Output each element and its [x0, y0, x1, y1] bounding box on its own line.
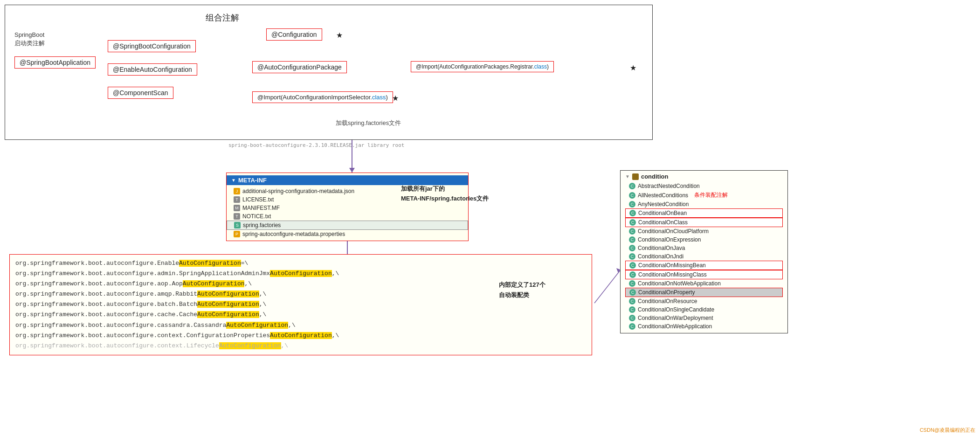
code-highlight-4: AutoConfiguration [197, 291, 259, 298]
svg-marker-17 [349, 168, 355, 173]
auto-config-pkg-box: @AutoConfigurationPackage [252, 61, 347, 73]
code-highlight-5: AutoConfiguration [197, 301, 259, 308]
missing-class-icon: C [629, 271, 636, 278]
condition-missing-class: C ConditionalOnMissingClass [625, 270, 783, 279]
txt-icon-1: T [234, 196, 240, 203]
all-label: AllNestedConditions [638, 192, 688, 199]
expr-label: ConditionalOnExpression [638, 236, 701, 243]
code-line-7: org.springframework.boot.autoconfigure.c… [15, 320, 586, 331]
condition-war: C ConditionalOnWarDeployment [625, 314, 783, 322]
war-label: ConditionalOnWarDeployment [638, 315, 713, 321]
condition-on-class: C ConditionalOnClass [625, 218, 783, 227]
cloud-label: ConditionalOnCloudPlatform [638, 228, 709, 235]
missing-class-label: ConditionalOnMissingClass [638, 271, 707, 278]
file-tree-header-label: META-INF [238, 177, 267, 184]
code-highlight-3: AutoConfiguration [183, 280, 245, 287]
condition-not-web: C ConditionalOnNotWebApplication [625, 279, 783, 288]
war-icon: C [629, 315, 635, 321]
condition-web-app: C ConditionalOnWebApplication [625, 322, 783, 331]
star-registrar: ★ [630, 63, 636, 72]
resource-icon: C [629, 298, 635, 305]
file-tree-box: ▼ META-INF J additional-spring-configura… [226, 173, 469, 241]
file-name-1: additional-spring-configuration-metadata… [242, 188, 354, 194]
folder-arrow: ▼ [231, 178, 236, 183]
file-name-2: LICENSE.txt [242, 196, 274, 203]
top-section: 组合注解 SpringBoot启动类注解 @SpringBootApplicat… [5, 5, 653, 140]
condition-resource: C ConditionalOnResource [625, 297, 783, 305]
condition-folder-icon [632, 173, 639, 180]
code-highlight-2: AutoConfiguration [270, 270, 332, 277]
file-item-spring-factories: S spring.factories [227, 221, 468, 230]
factories-note: 加载所有jar下的 META-INF/spring.factories文件 [401, 184, 489, 204]
not-web-label: ConditionalOnNotWebApplication [638, 280, 721, 287]
condition-abstract: C AbstractNestedCondition [625, 182, 783, 190]
file-item-3: M MANIFEST.MF [227, 204, 468, 212]
tiao-jian-note: 条件装配注解 [694, 191, 728, 199]
cloud-icon: C [629, 228, 635, 235]
props-icon: P [234, 231, 240, 237]
nei-bu-line1: 内部定义了127个 [499, 281, 545, 288]
not-web-icon: C [629, 280, 635, 287]
code-line-5: org.springframework.boot.autoconfigure.b… [15, 299, 586, 310]
file-name-factories: spring.factories [243, 222, 281, 228]
condition-any: C AnyNestedCondition [625, 200, 783, 208]
nei-bu-note: 内部定义了127个 自动装配类 [499, 280, 545, 300]
code-line-2: org.springframework.boot.autoconfigure.a… [15, 269, 586, 279]
any-label: AnyNestedCondition [638, 201, 689, 208]
abstract-label: AbstractNestedCondition [638, 183, 700, 189]
java-label: ConditionalOnJava [638, 245, 685, 251]
class-label: ConditionalOnClass [638, 219, 688, 226]
svg-line-20 [594, 270, 620, 303]
mf-icon: M [234, 205, 240, 211]
condition-on-bean: C ConditionalOnBean [625, 208, 783, 218]
jndi-icon: C [629, 253, 635, 260]
enable-auto-box: @EnableAutoConfiguration [108, 63, 197, 76]
class-icon: C [629, 219, 636, 226]
any-icon: C [629, 201, 635, 208]
code-line-9: org.springframework.boot.autoconfigure.c… [15, 341, 586, 351]
code-highlight-6: AutoConfiguration [197, 311, 259, 318]
code-highlight-9: AutoConfiguration [219, 342, 281, 349]
factories-note-line1: 加载所有jar下的 [401, 185, 445, 192]
bean-icon: C [629, 210, 636, 216]
code-line-6: org.springframework.boot.autoconfigure.c… [15, 310, 586, 320]
top-title: 组合注解 [206, 12, 239, 23]
bean-label: ConditionalOnBean [638, 210, 687, 216]
code-line-1: org.springframework.boot.autoconfigure.E… [15, 258, 586, 269]
file-name-3: MANIFEST.MF [242, 205, 280, 211]
condition-header: ▼ condition [625, 173, 783, 180]
json-icon: J [234, 188, 240, 194]
all-icon: C [629, 192, 635, 199]
expr-icon: C [629, 236, 635, 243]
missing-bean-label: ConditionalOnMissingBean [638, 262, 706, 269]
file-item-4: T NOTICE.txt [227, 212, 468, 221]
configuration-box: @Configuration [266, 28, 322, 41]
component-scan-box: @ComponentScan [108, 87, 173, 99]
condition-panel: ▼ condition C AbstractNestedCondition C … [620, 170, 788, 333]
factories-icon: S [234, 222, 241, 228]
condition-expression: C ConditionalOnExpression [625, 235, 783, 244]
jndi-label: ConditionalOnJndi [638, 253, 683, 260]
web-app-label: ConditionalOnWebApplication [638, 323, 712, 330]
code-highlight-1: AutoConfiguration [179, 260, 241, 267]
single-label: ConditionalOnSingleCandidate [638, 306, 714, 313]
import-selector-box: @Import(AutoConfigurationImportSelector.… [252, 91, 393, 103]
factories-note-line2: META-INF/spring.factories文件 [401, 195, 489, 202]
file-name-5: spring-autoconfigure-metadata.properties [242, 231, 345, 237]
file-item-5: P spring-autoconfigure-metadata.properti… [227, 230, 468, 238]
missing-bean-icon: C [629, 262, 636, 269]
condition-folder-arrow: ▼ [625, 174, 630, 179]
txt-icon-2: T [234, 213, 240, 220]
condition-missing-bean: C ConditionalOnMissingBean [625, 261, 783, 270]
springboot-config-box: @SpringBootConfiguration [108, 40, 196, 52]
watermark: CSDN@凌晨编程的正在 [920, 427, 975, 434]
loading-text: 加载spring.factories文件 [336, 119, 401, 127]
condition-all: C AllNestedConditions 条件装配注解 [625, 190, 783, 200]
condition-jndi: C ConditionalOnJndi [625, 252, 783, 261]
code-highlight-8: AutoConfiguration [270, 332, 332, 339]
file-tree-header: ▼ META-INF [227, 175, 468, 185]
top-bar-text: spring-boot-autoconfigure-2.3.10.RELEASE… [228, 142, 405, 148]
code-highlight-7: AutoConfiguration [226, 322, 288, 329]
main-container: 组合注解 SpringBoot启动类注解 @SpringBootApplicat… [0, 0, 980, 436]
java-icon: C [629, 245, 635, 251]
